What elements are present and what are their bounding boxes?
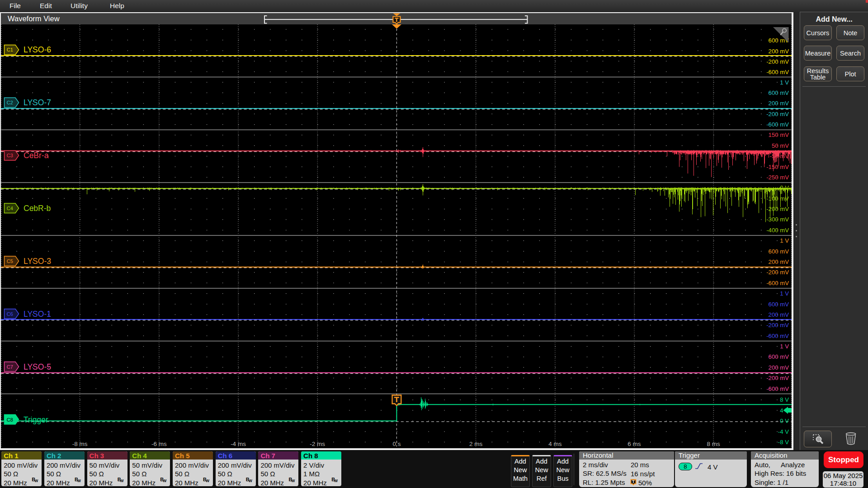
svg-text:-8 ms: -8 ms [72, 441, 88, 447]
svg-text:LYSO-5: LYSO-5 [24, 362, 51, 371]
svg-text:C1: C1 [7, 47, 13, 52]
svg-text:-600 mV: -600 mV [766, 385, 789, 392]
svg-text:LYSO-3: LYSO-3 [24, 257, 51, 266]
svg-text:50 mV: 50 mV [772, 142, 789, 149]
svg-text:150 mV: 150 mV [769, 131, 789, 138]
svg-text:600 mV: 600 mV [769, 353, 789, 360]
svg-text:-150 mV: -150 mV [766, 164, 789, 170]
svg-text:C3: C3 [7, 153, 13, 158]
svg-text:200 mV: 200 mV [769, 258, 789, 265]
svg-text:C5: C5 [7, 258, 13, 264]
svg-text:-600 mV: -600 mV [766, 333, 789, 339]
svg-text:LYSO-6: LYSO-6 [24, 45, 51, 54]
svg-text:0 V: 0 V [780, 418, 789, 424]
svg-text:8 V: 8 V [780, 396, 789, 403]
svg-text:-8 V: -8 V [778, 439, 789, 446]
svg-text:LYSO-7: LYSO-7 [24, 98, 51, 107]
svg-text:1 V: 1 V [780, 343, 789, 350]
svg-text:-4 ms: -4 ms [231, 441, 246, 447]
svg-text:-200 mV: -200 mV [766, 375, 789, 381]
svg-text:6 ms: 6 ms [627, 441, 641, 447]
svg-text:4 ms: 4 ms [548, 441, 562, 447]
svg-text:-300 mV: -300 mV [766, 216, 789, 223]
svg-text:600 mV: 600 mV [769, 301, 789, 308]
svg-text:1 V: 1 V [780, 79, 789, 86]
svg-text:C7: C7 [7, 364, 13, 370]
svg-text:-200 mV: -200 mV [766, 322, 789, 328]
svg-text:0 V: 0 V [780, 184, 789, 191]
svg-text:200 mV: 200 mV [769, 364, 789, 371]
svg-text:LYSO-1: LYSO-1 [24, 310, 51, 319]
svg-text:1 V: 1 V [780, 237, 789, 244]
svg-text:-250 mV: -250 mV [766, 174, 789, 181]
svg-text:-600 mV: -600 mV [766, 121, 789, 128]
svg-text:8 ms: 8 ms [707, 441, 721, 447]
svg-text:200 mV: 200 mV [769, 311, 789, 318]
svg-text:1 V: 1 V [780, 290, 789, 297]
svg-text:2 ms: 2 ms [469, 441, 483, 447]
svg-text:600 mV: 600 mV [769, 89, 789, 96]
svg-text:-600 mV: -600 mV [766, 280, 789, 286]
svg-text:-6 ms: -6 ms [151, 441, 167, 447]
svg-text:-600 mV: -600 mV [766, 69, 789, 75]
svg-text:-4 V: -4 V [778, 428, 789, 435]
svg-text:C8: C8 [7, 417, 13, 422]
svg-text:200 mV: 200 mV [769, 100, 789, 107]
svg-text:CeBr-a: CeBr-a [24, 151, 49, 160]
svg-text:600 mV: 600 mV [769, 248, 789, 255]
svg-text:-2 ms: -2 ms [310, 441, 325, 447]
svg-text:C2: C2 [7, 100, 13, 105]
svg-text:-400 mV: -400 mV [766, 227, 789, 234]
svg-text:0 s: 0 s [392, 441, 401, 447]
svg-text:-200 mV: -200 mV [766, 58, 789, 65]
svg-text:C6: C6 [7, 311, 13, 317]
svg-text:T: T [632, 479, 635, 484]
svg-text:CebR-b: CebR-b [24, 204, 51, 213]
svg-text:-50 mV: -50 mV [769, 153, 789, 160]
svg-text:Trigger: Trigger [24, 415, 48, 424]
svg-text:200 mV: 200 mV [769, 48, 789, 55]
svg-text:-200 mV: -200 mV [766, 111, 789, 117]
svg-text:-200 mV: -200 mV [766, 206, 789, 212]
svg-text:-100 mV: -100 mV [766, 195, 789, 202]
svg-text:-200 mV: -200 mV [766, 269, 789, 276]
svg-text:C4: C4 [7, 206, 13, 211]
